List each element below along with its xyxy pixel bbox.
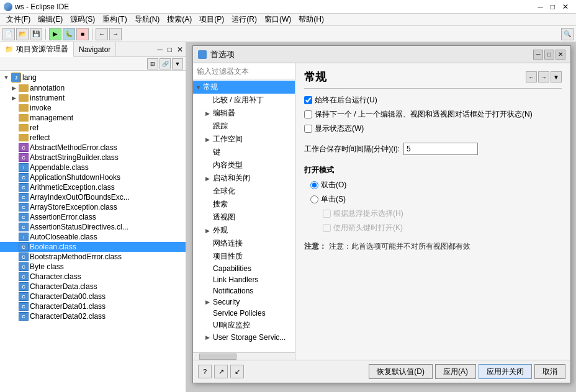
pref-item-projectNature[interactable]: ▶ 项目性质: [193, 250, 295, 263]
pref-arrow-general[interactable]: ▼: [196, 84, 203, 91]
tree-arrow-instrument[interactable]: ▶: [10, 94, 17, 102]
nav-back-btn[interactable]: ←: [526, 71, 537, 82]
menu-run[interactable]: 运行(R): [228, 14, 261, 25]
pref-item-contentTypes[interactable]: ▶ 内容类型: [193, 159, 295, 172]
checkbox-keep-next[interactable]: [304, 110, 312, 118]
label-single-click[interactable]: 单击(S): [321, 194, 346, 205]
tree-item-AbstractMethodError[interactable]: ▶ C AbstractMethodError.class: [0, 143, 186, 153]
minimize-btn[interactable]: ─: [534, 2, 547, 11]
pref-item-perspectivesView[interactable]: ▶ 透视图: [193, 211, 295, 224]
import-btn[interactable]: ↙: [230, 365, 244, 378]
debug-btn[interactable]: 🐛: [63, 28, 75, 40]
label-arrow[interactable]: 使用箭头键时打开(K): [333, 223, 403, 233]
tree-item-invoke[interactable]: ▶ invoke: [0, 103, 186, 113]
export-btn[interactable]: ↗: [214, 365, 228, 378]
maximize-btn[interactable]: □: [547, 2, 559, 11]
panel-menu-btn[interactable]: ▼: [172, 58, 183, 69]
pref-item-security[interactable]: ▶ Security: [193, 296, 295, 308]
help-btn[interactable]: ?: [198, 365, 212, 378]
pref-item-uiResponseMonitor[interactable]: ▶ UI响应监控: [193, 319, 295, 332]
pref-item-startupShutdown[interactable]: ▶ 启动和关闭: [193, 172, 295, 185]
tab-project-explorer[interactable]: 📁 项目资源管理器: [0, 42, 74, 57]
radio-single-click[interactable]: [310, 195, 318, 203]
minimize-panel-btn[interactable]: ─: [155, 42, 165, 56]
pref-arrow-startupShutdown[interactable]: ▶: [205, 176, 213, 182]
menu-navigate[interactable]: 导航(N): [131, 14, 164, 25]
maximize-panel-btn[interactable]: □: [165, 42, 174, 56]
nav-forward-btn[interactable]: →: [538, 71, 549, 82]
pref-item-userStorageService[interactable]: ▶ User Storage Servic...: [193, 332, 295, 343]
menu-edit[interactable]: 编辑(E): [34, 14, 66, 25]
run-btn[interactable]: ▶: [49, 28, 61, 40]
tree-item-Appendable[interactable]: ▶ I Appendable.class: [0, 163, 186, 172]
tree-item-annotation[interactable]: ▶ annotation: [0, 83, 186, 93]
pref-item-linkHandlers[interactable]: ▶ Link Handlers: [193, 274, 295, 285]
tree-item-ArrayStoreException[interactable]: ▶ C ArrayStoreException.class: [0, 202, 186, 212]
stop-btn[interactable]: ■: [76, 28, 89, 40]
pref-item-keys[interactable]: ▶ 键: [193, 146, 295, 159]
nav-menu-btn[interactable]: ▼: [551, 71, 562, 82]
pref-item-search[interactable]: ▶ 搜索: [193, 198, 295, 211]
search-btn[interactable]: 🔍: [561, 28, 574, 40]
pref-arrow-security[interactable]: ▶: [205, 299, 213, 305]
pref-item-capabilities[interactable]: ▶ Capabilities: [193, 263, 295, 274]
apply-close-btn[interactable]: 应用并关闭: [479, 364, 532, 379]
pref-item-tracking[interactable]: ▶ 跟踪: [193, 120, 295, 133]
menu-search[interactable]: 搜索(A): [163, 14, 196, 25]
collapse-all-btn[interactable]: ⊟: [147, 58, 158, 69]
tree-item-AssertionStatusDirectives[interactable]: ▶ C AssertionStatusDirectives.cl...: [0, 222, 186, 232]
label-hover[interactable]: 根据悬浮提示选择(H): [333, 208, 403, 219]
label-double-click[interactable]: 双击(O): [321, 180, 346, 190]
tree-arrow-annotation[interactable]: ▶: [10, 84, 17, 92]
save-interval-input[interactable]: [403, 143, 478, 155]
checkbox-hover[interactable]: [323, 210, 331, 218]
tree-item-ApplicationShutdownHooks[interactable]: ▶ C ApplicationShutdownHooks: [0, 172, 186, 182]
tree-item-BootstrapMethodError[interactable]: ▶ C BootstrapMethodError.class: [0, 252, 186, 262]
dialog-minimize-btn[interactable]: ─: [533, 50, 543, 60]
save-btn[interactable]: 💾: [30, 28, 42, 40]
menu-file[interactable]: 文件(F): [2, 14, 34, 25]
pref-item-networkConn[interactable]: ▶ 网络连接: [193, 237, 295, 250]
label-always-run[interactable]: 始终在后台运行(U): [315, 95, 377, 105]
menu-project[interactable]: 项目(P): [196, 14, 228, 25]
checkbox-arrow[interactable]: [323, 224, 331, 232]
tree-item-management[interactable]: ▶ management: [0, 113, 186, 123]
pref-item-globalization[interactable]: ▶ 全球化: [193, 185, 295, 198]
new-btn[interactable]: 📄: [2, 28, 15, 40]
tree-item-CharacterData01[interactable]: ▶ C CharacterData01.class: [0, 301, 186, 311]
menu-window[interactable]: 窗口(W): [261, 14, 295, 25]
tree-item-Character[interactable]: ▶ C Character.class: [0, 272, 186, 282]
radio-double-click[interactable]: [310, 181, 318, 189]
tree-item-lang[interactable]: ▼ J lang: [0, 72, 186, 83]
dialog-maximize-btn[interactable]: □: [544, 50, 554, 60]
tree-arrow-lang[interactable]: ▼: [2, 74, 10, 81]
tree-item-CharacterData00[interactable]: ▶ C CharacterData00.class: [0, 292, 186, 301]
tree-item-Byte[interactable]: ▶ C Byte class: [0, 262, 186, 272]
cancel-btn[interactable]: 取消: [534, 364, 565, 379]
tree-item-AutoCloseable[interactable]: ▶ I AutoCloseable.class: [0, 232, 186, 242]
pref-item-notifications[interactable]: ▶ Notifications: [193, 285, 295, 296]
pref-item-workspace[interactable]: ▶ 工作空间: [193, 133, 295, 146]
tree-item-CharacterData02[interactable]: ▶ C CharacterData02.class: [0, 311, 186, 321]
pref-item-general[interactable]: ▼ 常规: [193, 81, 295, 94]
tree-item-ArrayIndexOutOfBoundsExc[interactable]: ▶ C ArrayIndexOutOfBoundsExc...: [0, 192, 186, 202]
close-btn[interactable]: ✕: [559, 2, 572, 11]
apply-btn[interactable]: 应用(A): [435, 364, 476, 379]
tree-item-AssertionError[interactable]: ▶ C AssertionError.class: [0, 212, 186, 222]
tree-item-CharacterData[interactable]: ▶ C CharacterData.class: [0, 282, 186, 292]
checkbox-always-run[interactable]: [304, 96, 312, 104]
tree-item-Boolean[interactable]: ▶ C Boolean.class: [0, 242, 186, 252]
tree-item-ArithmeticException[interactable]: ▶ C ArithmeticException.class: [0, 182, 186, 192]
tree-item-AbstractStringBuilder[interactable]: ▶ C AbstractStringBuilder.class: [0, 153, 186, 163]
filter-input[interactable]: [193, 63, 295, 79]
close-panel-btn[interactable]: ✕: [174, 42, 186, 56]
checkbox-show-status[interactable]: [304, 125, 312, 133]
pref-tree-scrollbar-h[interactable]: [193, 352, 295, 360]
pref-arrow-userStorageService[interactable]: ▶: [205, 334, 213, 341]
tree-item-ref[interactable]: ▶ ref: [0, 123, 186, 133]
label-keep-next[interactable]: 保持下一个 / 上一个编辑器、视图和透视图对话框处于打开状态(N): [315, 109, 533, 120]
pref-arrow-editors[interactable]: ▶: [205, 110, 213, 117]
prev-btn[interactable]: ←: [96, 28, 108, 40]
pref-item-appearance[interactable]: ▶ 外观: [193, 224, 295, 237]
pref-item-compare[interactable]: ▶ 比较 / 应用补丁: [193, 94, 295, 107]
